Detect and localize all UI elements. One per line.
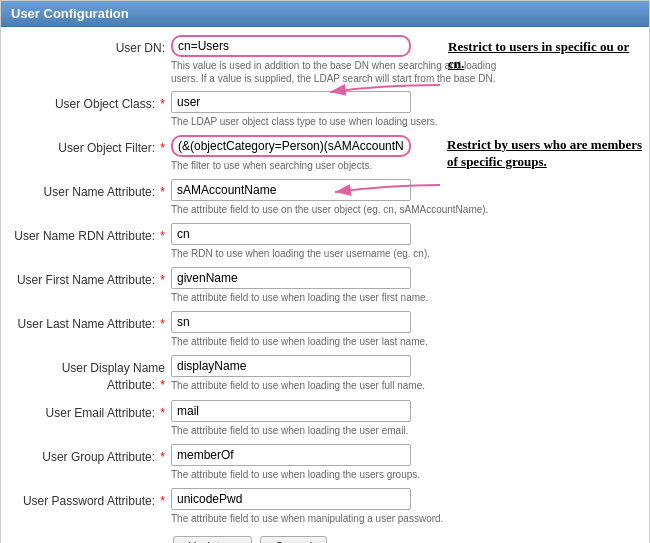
- label-user-password-attribute: User Password Attribute: *: [11, 488, 171, 510]
- input-user-first-name-attribute[interactable]: [171, 267, 411, 289]
- form-row-user-first-name-attribute: User First Name Attribute: *The attribut…: [11, 267, 639, 305]
- hint-user-first-name-attribute: The attribute field to use when loading …: [171, 291, 511, 304]
- field-wrap-user-password-attribute: The attribute field to use when manipula…: [171, 488, 639, 525]
- label-user-name-attribute: User Name Attribute: *: [11, 179, 171, 201]
- required-star-user-email-attribute: *: [157, 406, 165, 420]
- required-star-user-object-filter: *: [157, 141, 165, 155]
- input-user-name-rdn-attribute[interactable]: [171, 223, 411, 245]
- section-header: User Configuration: [1, 1, 649, 27]
- form-row-user-name-attribute: User Name Attribute: *The attribute fiel…: [11, 179, 639, 217]
- label-user-object-class: User Object Class: *: [11, 91, 171, 113]
- required-star-user-object-class: *: [157, 97, 165, 111]
- input-user-object-filter[interactable]: [171, 135, 411, 157]
- annotation-top-text: Restrict to users in specific ou or cn.: [448, 39, 629, 71]
- input-user-last-name-attribute[interactable]: [171, 311, 411, 333]
- label-user-last-name-attribute: User Last Name Attribute: *: [11, 311, 171, 333]
- cancel-button[interactable]: Cancel: [260, 536, 327, 543]
- label-user-display-name-attribute: User Display Name Attribute: *: [11, 355, 171, 394]
- label-user-name-rdn-attribute: User Name RDN Attribute: *: [11, 223, 171, 245]
- update-button[interactable]: Update »: [173, 536, 252, 543]
- form-area: Restrict to users in specific ou or cn. …: [1, 27, 649, 543]
- hint-user-password-attribute: The attribute field to use when manipula…: [171, 512, 511, 525]
- hint-user-last-name-attribute: The attribute field to use when loading …: [171, 335, 511, 348]
- hint-user-object-class: The LDAP user object class type to use w…: [171, 115, 511, 128]
- label-user-dn: User DN:: [11, 35, 171, 57]
- button-row: Update » Cancel: [11, 536, 639, 543]
- field-wrap-user-display-name-attribute: The attribute field to use when loading …: [171, 355, 639, 392]
- fields-container: User DN:This value is used in addition t…: [11, 35, 639, 526]
- input-user-email-attribute[interactable]: [171, 400, 411, 422]
- field-wrap-user-email-attribute: The attribute field to use when loading …: [171, 400, 639, 437]
- input-user-name-attribute[interactable]: [171, 179, 411, 201]
- section-title: User Configuration: [11, 6, 129, 21]
- hint-user-name-rdn-attribute: The RDN to use when loading the user use…: [171, 247, 511, 260]
- label-user-email-attribute: User Email Attribute: *: [11, 400, 171, 422]
- form-row-user-object-class: User Object Class: *The LDAP user object…: [11, 91, 639, 129]
- label-user-first-name-attribute: User First Name Attribute: *: [11, 267, 171, 289]
- form-row-user-password-attribute: User Password Attribute: *The attribute …: [11, 488, 639, 526]
- required-star-user-last-name-attribute: *: [157, 317, 165, 331]
- annotation-mid-text: Restrict by users who are members of spe…: [447, 137, 642, 169]
- input-user-dn[interactable]: [171, 35, 411, 57]
- label-user-object-filter: User Object Filter: *: [11, 135, 171, 157]
- label-user-group-attribute: User Group Attribute: *: [11, 444, 171, 466]
- form-row-user-name-rdn-attribute: User Name RDN Attribute: *The RDN to use…: [11, 223, 639, 261]
- field-wrap-user-name-rdn-attribute: The RDN to use when loading the user use…: [171, 223, 639, 260]
- required-star-user-name-rdn-attribute: *: [157, 229, 165, 243]
- page-wrapper: User Configuration Restrict to users in …: [0, 0, 650, 543]
- input-user-group-attribute[interactable]: [171, 444, 411, 466]
- field-wrap-user-object-class: The LDAP user object class type to use w…: [171, 91, 639, 128]
- form-row-user-email-attribute: User Email Attribute: *The attribute fie…: [11, 400, 639, 438]
- field-wrap-user-last-name-attribute: The attribute field to use when loading …: [171, 311, 639, 348]
- required-star-user-password-attribute: *: [157, 494, 165, 508]
- field-wrap-user-name-attribute: The attribute field to use on the user o…: [171, 179, 639, 216]
- required-star-user-display-name-attribute: *: [157, 378, 165, 392]
- hint-user-display-name-attribute: The attribute field to use when loading …: [171, 379, 511, 392]
- annotation-top: Restrict to users in specific ou or cn.: [448, 39, 643, 73]
- input-user-password-attribute[interactable]: [171, 488, 411, 510]
- field-wrap-user-group-attribute: The attribute field to use when loading …: [171, 444, 639, 481]
- hint-user-name-attribute: The attribute field to use on the user o…: [171, 203, 511, 216]
- input-user-object-class[interactable]: [171, 91, 411, 113]
- annotation-mid: Restrict by users who are members of spe…: [447, 137, 647, 171]
- required-star-user-name-attribute: *: [157, 185, 165, 199]
- hint-user-group-attribute: The attribute field to use when loading …: [171, 468, 511, 481]
- field-wrap-user-first-name-attribute: The attribute field to use when loading …: [171, 267, 639, 304]
- input-user-display-name-attribute[interactable]: [171, 355, 411, 377]
- form-row-user-group-attribute: User Group Attribute: *The attribute fie…: [11, 444, 639, 482]
- hint-user-email-attribute: The attribute field to use when loading …: [171, 424, 511, 437]
- form-row-user-last-name-attribute: User Last Name Attribute: *The attribute…: [11, 311, 639, 349]
- form-row-user-display-name-attribute: User Display Name Attribute: *The attrib…: [11, 355, 639, 394]
- required-star-user-group-attribute: *: [157, 450, 165, 464]
- required-star-user-first-name-attribute: *: [157, 273, 165, 287]
